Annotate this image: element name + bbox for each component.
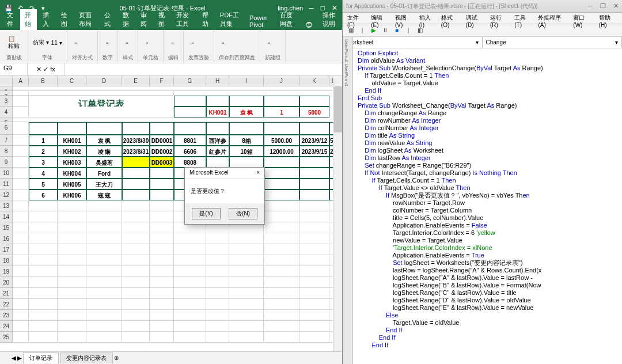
cell[interactable]: 1 [264, 107, 299, 117]
cell[interactable] [58, 233, 86, 244]
cell[interactable] [58, 288, 86, 299]
cell[interactable] [299, 200, 329, 211]
cell[interactable] [86, 321, 122, 332]
cell[interactable] [264, 288, 299, 299]
cell[interactable] [299, 168, 329, 179]
col-header-H[interactable]: H [206, 76, 229, 86]
row-header[interactable]: 6 [0, 122, 13, 135]
col-header-D[interactable]: D [86, 76, 122, 86]
cell[interactable] [264, 255, 299, 266]
cell[interactable]: 8808 [174, 157, 206, 168]
cell[interactable] [13, 211, 29, 222]
cell[interactable] [13, 91, 29, 96]
cell[interactable] [229, 244, 264, 255]
cell[interactable] [206, 244, 229, 255]
cell[interactable]: KH001 [58, 135, 86, 146]
ribbon-tab-10[interactable]: 帮助 [198, 9, 214, 30]
ribbon-btn[interactable]: ▫ [72, 38, 81, 47]
cell[interactable] [13, 122, 29, 135]
cell[interactable]: 10箱 [229, 146, 264, 157]
cell[interactable] [150, 211, 174, 222]
code-line[interactable]: End If [358, 87, 617, 94]
cell[interactable] [13, 233, 29, 244]
cell[interactable] [13, 200, 29, 211]
cell[interactable] [86, 233, 122, 244]
code-line[interactable]: title = Cells(5, colNumber).Value [358, 214, 617, 222]
vbe-menu-item-3[interactable]: 插入(I) [419, 14, 435, 22]
cell[interactable] [58, 211, 86, 222]
cell[interactable] [150, 179, 174, 189]
cell[interactable] [150, 299, 174, 310]
cell[interactable] [229, 321, 264, 332]
ribbon-tab-3[interactable]: 绘图 [56, 9, 73, 30]
ribbon-btn[interactable]: ▫ [123, 38, 132, 47]
cell[interactable] [29, 321, 58, 332]
cell[interactable] [264, 321, 299, 332]
cell[interactable]: 8箱 [229, 135, 264, 146]
col-header-K[interactable]: K [299, 76, 329, 86]
cell[interactable] [206, 255, 229, 266]
cell[interactable] [122, 266, 150, 277]
code-line[interactable]: End If [358, 342, 617, 349]
cell[interactable] [58, 332, 86, 343]
code-line[interactable]: Dim title As String [358, 132, 617, 139]
cell[interactable]: 产品型号 [174, 122, 206, 135]
cell[interactable] [13, 179, 29, 189]
cell[interactable]: 客户编号 [58, 122, 86, 135]
ribbon-tab-7[interactable]: 审阅 [136, 9, 153, 30]
cell[interactable] [174, 255, 206, 266]
code-line[interactable]: oldValue = Target.Value [358, 79, 617, 87]
code-line[interactable]: lastRow = logSheet.Range("A" & Rows.Coun… [358, 267, 617, 274]
cell[interactable] [229, 233, 264, 244]
cell[interactable] [299, 244, 329, 255]
code-line[interactable]: If Not Intersect(Target, changeRange) Is… [358, 169, 617, 177]
ribbon-tab-5[interactable]: 公式 [100, 9, 116, 30]
cell[interactable] [264, 244, 299, 255]
cell[interactable] [206, 310, 229, 321]
sheet-tab-changelog[interactable]: 变更内容记录表 [60, 352, 113, 363]
cell[interactable] [122, 310, 150, 321]
cell[interactable] [150, 321, 174, 332]
code-line[interactable]: If Target.Cells.Count = 1 Then [358, 72, 617, 79]
cell[interactable] [13, 86, 335, 91]
cell[interactable] [29, 200, 58, 211]
vbe-close-button[interactable]: ✕ [613, 2, 619, 9]
code-line[interactable]: End If [358, 327, 617, 334]
cell[interactable]: 订单登记表 [29, 96, 174, 107]
row-header[interactable]: 20 [0, 277, 13, 288]
cell[interactable] [122, 288, 150, 299]
cell[interactable] [122, 211, 150, 222]
cell[interactable]: KH002 [58, 146, 86, 157]
cell[interactable] [13, 332, 29, 343]
code-line[interactable]: Set logSheet = Worksheets("变更内容记录表") [358, 259, 617, 267]
vbe-project-strip[interactable]: UserForm1 UserForm1 [343, 37, 353, 364]
cell[interactable] [58, 222, 86, 233]
code-line[interactable]: logSheet.Range("C" & lastRow).Value = ti… [358, 289, 617, 297]
cell[interactable] [150, 288, 174, 299]
name-box[interactable]: G9 [0, 63, 28, 75]
code-line[interactable]: Application.EnableEvents = True [358, 252, 617, 259]
cell[interactable] [86, 244, 122, 255]
code-line[interactable]: logSheet.Range("A" & lastRow).Value = la… [358, 274, 617, 282]
cell[interactable] [174, 277, 206, 288]
cell[interactable] [264, 277, 299, 288]
cell[interactable] [174, 332, 206, 343]
cell[interactable] [174, 233, 206, 244]
cell[interactable] [229, 332, 264, 343]
cell[interactable] [264, 168, 299, 179]
cell[interactable] [264, 266, 299, 277]
cell[interactable] [299, 211, 329, 222]
row-header[interactable]: 16 [0, 233, 13, 244]
cell[interactable]: 5 [29, 179, 58, 189]
row-header[interactable]: 11 [0, 179, 13, 189]
msgbox-yes-button[interactable]: 是(Y) [192, 208, 221, 219]
cell[interactable] [206, 266, 229, 277]
vbe-pause-icon[interactable]: ⏸ [381, 26, 390, 35]
cell[interactable] [13, 310, 29, 321]
code-line[interactable]: End If [358, 334, 617, 342]
ribbon-btn[interactable]: ▫ [188, 38, 198, 47]
row-header[interactable]: 2 [0, 91, 13, 96]
cell[interactable]: 吴盛茗 [86, 157, 122, 168]
code-line[interactable]: Set changeRange = Range("B6:R29") [358, 162, 617, 169]
cell[interactable] [150, 277, 174, 288]
